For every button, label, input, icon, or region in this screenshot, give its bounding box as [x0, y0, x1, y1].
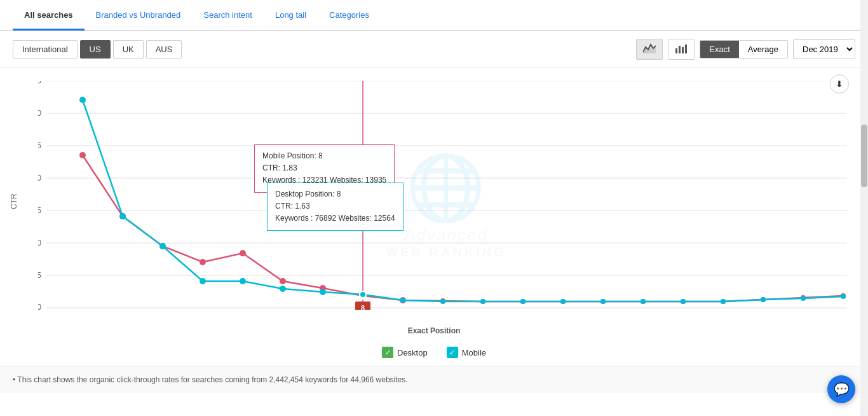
svg-point-46 — [240, 278, 246, 284]
svg-point-47 — [280, 286, 286, 292]
legend-desktop-label: Desktop — [397, 348, 428, 357]
svg-point-48 — [320, 289, 326, 295]
desktop-check-icon: ✓ — [382, 347, 393, 358]
bottom-note-text: This chart shows the organic click-throu… — [17, 375, 407, 384]
average-btn[interactable]: Average — [739, 41, 787, 58]
svg-point-25 — [200, 259, 206, 265]
region-filters: International US UK AUS — [13, 40, 182, 59]
svg-point-22 — [79, 152, 86, 158]
exact-btn[interactable]: Exact — [700, 41, 739, 58]
svg-text:0: 0 — [38, 303, 41, 310]
svg-point-43 — [119, 213, 126, 219]
tab-categories[interactable]: Categories — [318, 1, 381, 31]
y-axis-label: CTR — [10, 193, 18, 209]
svg-point-55 — [600, 299, 606, 304]
svg-point-59 — [761, 297, 766, 302]
legend-mobile-label: Mobile — [462, 348, 486, 357]
tab-branded-unbranded[interactable]: Branded vs Unbranded — [85, 1, 193, 31]
svg-text:35: 35 — [38, 81, 41, 85]
bottom-note: • This chart shows the organic click-thr… — [0, 366, 868, 393]
legend-row: ✓ Desktop ✓ Mobile — [0, 342, 868, 366]
chart-area: ⬇ CTR 🌐 Advanced WEB RANKING 35 30 25 20… — [0, 68, 868, 342]
region-btn-aus[interactable]: AUS — [146, 40, 182, 59]
svg-point-58 — [721, 299, 726, 304]
tab-long-tail[interactable]: Long tail — [264, 1, 318, 31]
svg-point-54 — [560, 299, 566, 304]
region-btn-international[interactable]: International — [13, 40, 78, 59]
scrollbar-track[interactable] — [860, 0, 868, 393]
svg-point-57 — [681, 299, 686, 304]
svg-point-53 — [520, 299, 526, 304]
filters-row: International US UK AUS Exact Average De… — [0, 31, 868, 68]
svg-text:20: 20 — [38, 174, 41, 183]
mobile-check-icon: ✓ — [447, 347, 458, 358]
chart-type-area-btn[interactable] — [636, 39, 663, 60]
svg-text:25: 25 — [38, 141, 41, 150]
svg-point-50 — [400, 298, 405, 303]
svg-text:8: 8 — [361, 304, 365, 310]
scrollbar-thumb[interactable] — [861, 125, 867, 187]
svg-text:30: 30 — [38, 109, 41, 118]
right-controls: Exact Average Dec 2019 — [636, 39, 855, 60]
svg-text:5: 5 — [38, 271, 41, 280]
tab-search-intent[interactable]: Search intent — [192, 1, 264, 31]
svg-point-42 — [79, 97, 86, 103]
date-select[interactable]: Dec 2019 — [793, 39, 855, 59]
region-btn-us[interactable]: US — [80, 40, 111, 59]
svg-text:10: 10 — [38, 239, 41, 247]
x-axis-label: Exact Position — [408, 326, 461, 335]
exact-avg-group: Exact Average — [700, 40, 788, 59]
tabs-bar: All searches Branded vs Unbranded Search… — [0, 0, 868, 31]
svg-point-61 — [841, 294, 846, 299]
svg-rect-2 — [679, 46, 681, 53]
svg-point-49 — [360, 291, 366, 298]
svg-rect-3 — [682, 47, 684, 53]
svg-rect-4 — [685, 45, 687, 53]
svg-point-52 — [480, 299, 485, 304]
svg-point-44 — [159, 243, 166, 249]
legend-mobile: ✓ Mobile — [447, 347, 486, 358]
svg-rect-1 — [675, 48, 677, 53]
svg-text:15: 15 — [38, 206, 41, 215]
svg-point-27 — [280, 278, 286, 284]
svg-point-26 — [240, 250, 246, 256]
svg-point-45 — [200, 278, 206, 284]
svg-point-51 — [440, 299, 445, 304]
tab-all-searches[interactable]: All searches — [13, 1, 85, 31]
chart-type-bar-btn[interactable] — [668, 39, 695, 60]
svg-point-60 — [801, 296, 806, 301]
region-btn-uk[interactable]: UK — [113, 40, 144, 59]
svg-point-56 — [641, 299, 646, 304]
download-btn[interactable]: ⬇ — [830, 74, 849, 94]
bar-chart-icon — [675, 43, 688, 53]
area-chart-icon — [643, 43, 656, 53]
main-chart-svg: 35 30 25 20 15 10 5 0 — [38, 81, 855, 310]
legend-desktop: ✓ Desktop — [382, 347, 428, 358]
